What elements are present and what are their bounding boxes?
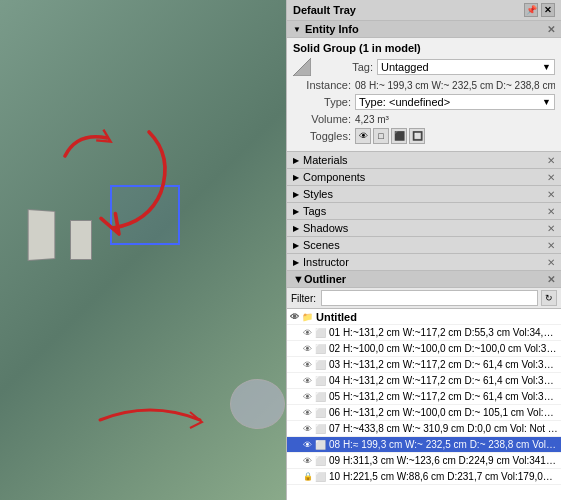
eye-icon-root: 👁: [290, 312, 299, 322]
tags-section[interactable]: ▶ Tags ✕: [287, 203, 561, 220]
instance-row: Instance: 08 H:~ 199,3 cm W:~ 232,5 cm D…: [293, 79, 555, 91]
item-text-root: Untitled: [316, 311, 357, 323]
outliner-header[interactable]: ▼ Outliner ✕: [287, 271, 561, 288]
materials-close[interactable]: ✕: [547, 155, 555, 166]
shadows-arrow: ▶: [293, 224, 299, 233]
outliner-item-root[interactable]: 👁 📁 Untitled: [287, 309, 561, 325]
entity-title: Solid Group (1 in model): [293, 42, 555, 54]
toggle-lock[interactable]: □: [373, 128, 389, 144]
item-text-01: 01 H:~131,2 cm W:~117,2 cm D:55,3 cm Vol…: [329, 327, 558, 338]
entity-info-close[interactable]: ✕: [547, 24, 555, 35]
item-text-10: 10 H:221,5 cm W:88,6 cm D:231,7 cm Vol:1…: [329, 471, 558, 482]
outliner-item-07[interactable]: 👁 ⬜ 07 H:~433,8 cm W:~ 310,9 cm D:0,0 cm…: [287, 421, 561, 437]
instructor-close[interactable]: ✕: [547, 257, 555, 268]
tag-value: Untagged: [381, 61, 429, 73]
outliner-item-03[interactable]: 👁 ⬜ 03 H:~131,2 cm W:~117,2 cm D:~ 61,4 …: [287, 357, 561, 373]
tags-label: Tags: [303, 205, 326, 217]
materials-section[interactable]: ▶ Materials ✕: [287, 152, 561, 169]
eye-icon-09: 👁: [303, 456, 312, 466]
filter-input[interactable]: [321, 290, 538, 306]
volume-value: 4,23 m³: [355, 114, 555, 125]
lock-icon-10: 🔒: [303, 472, 313, 481]
tags-close[interactable]: ✕: [547, 206, 555, 217]
item-icon-09: ⬜: [315, 456, 326, 466]
filter-refresh-button[interactable]: ↻: [541, 290, 557, 306]
scenes-close[interactable]: ✕: [547, 240, 555, 251]
type-dropdown-arrow: ▼: [542, 97, 551, 107]
tray-header-icons: 📌 ✕: [524, 3, 555, 17]
toggle-cast-shadows[interactable]: ⬛: [391, 128, 407, 144]
outliner-item-10[interactable]: 🔒 ⬜ 10 H:221,5 cm W:88,6 cm D:231,7 cm V…: [287, 469, 561, 485]
item-text-06: 06 H:~131,2 cm W:~100,0 cm D:~ 105,1 cm …: [329, 407, 558, 418]
toggle-receive-shadows[interactable]: 🔲: [409, 128, 425, 144]
item-text-09: 09 H:311,3 cm W:~123,6 cm D:224,9 cm Vol…: [329, 455, 558, 466]
styles-arrow: ▶: [293, 190, 299, 199]
outliner-item-05[interactable]: 👁 ⬜ 05 H:~131,2 cm W:~117,2 cm D:~ 61,4 …: [287, 389, 561, 405]
type-dropdown[interactable]: Type: <undefined> ▼: [355, 94, 555, 110]
volume-label: Volume:: [293, 113, 351, 125]
tag-label: Tag:: [315, 61, 373, 73]
shadows-section[interactable]: ▶ Shadows ✕: [287, 220, 561, 237]
close-icon[interactable]: ✕: [541, 3, 555, 17]
type-row: Type: Type: <undefined> ▼: [293, 94, 555, 110]
eye-icon-02: 👁: [303, 344, 312, 354]
item-icon-08: ⬜: [315, 440, 326, 450]
type-label: Type:: [293, 96, 351, 108]
outliner-label: Outliner: [304, 273, 346, 285]
tags-arrow: ▶: [293, 207, 299, 216]
item-icon-02: ⬜: [315, 344, 326, 354]
outliner-item-04[interactable]: 👁 ⬜ 04 H:~131,2 cm W:~117,2 cm D:~ 61,4 …: [287, 373, 561, 389]
item-icon-07: ⬜: [315, 424, 326, 434]
components-close[interactable]: ✕: [547, 172, 555, 183]
toggles-row: Toggles: 👁 □ ⬛ 🔲: [293, 128, 555, 144]
styles-section[interactable]: ▶ Styles ✕: [287, 186, 561, 203]
instructor-section[interactable]: ▶ Instructor ✕: [287, 254, 561, 271]
item-text-05: 05 H:~131,2 cm W:~117,2 cm D:~ 61,4 cm V…: [329, 391, 558, 402]
outliner-item-08[interactable]: 👁 ⬜ 08 H:≈ 199,3 cm W:~ 232,5 cm D:~ 238…: [287, 437, 561, 453]
outliner-item-01[interactable]: 👁 ⬜ 01 H:~131,2 cm W:~117,2 cm D:55,3 cm…: [287, 325, 561, 341]
item-text-03: 03 H:~131,2 cm W:~117,2 cm D:~ 61,4 cm V…: [329, 359, 558, 370]
shadows-close[interactable]: ✕: [547, 223, 555, 234]
pin-icon[interactable]: 📌: [524, 3, 538, 17]
tag-dropdown[interactable]: Untagged ▼: [377, 59, 555, 75]
instance-label: Instance:: [293, 79, 351, 91]
annotation-arrow-2: [60, 390, 240, 450]
tray-header: Default Tray 📌 ✕: [287, 0, 561, 21]
eye-icon-03: 👁: [303, 360, 312, 370]
outliner-item-02[interactable]: 👁 ⬜ 02 H:~100,0 cm W:~100,0 cm D:~100,0 …: [287, 341, 561, 357]
instructor-arrow: ▶: [293, 258, 299, 267]
outliner-item-09[interactable]: 👁 ⬜ 09 H:311,3 cm W:~123,6 cm D:224,9 cm…: [287, 453, 561, 469]
outliner-item-06[interactable]: 👁 ⬜ 06 H:~131,2 cm W:~100,0 cm D:~ 105,1…: [287, 405, 561, 421]
tag-row: Tag: Untagged ▼: [293, 58, 555, 76]
styles-label: Styles: [303, 188, 333, 200]
item-icon-06: ⬜: [315, 408, 326, 418]
outliner-list[interactable]: 👁 📁 Untitled 👁 ⬜ 01 H:~131,2 cm W:~117,2…: [287, 309, 561, 500]
volume-row: Volume: 4,23 m³: [293, 113, 555, 125]
toggles-container: 👁 □ ⬛ 🔲: [355, 128, 425, 144]
scenes-section[interactable]: ▶ Scenes ✕: [287, 237, 561, 254]
outliner-filter-row: Filter: ↻: [287, 288, 561, 309]
eye-icon-06: 👁: [303, 408, 312, 418]
components-label: Components: [303, 171, 365, 183]
materials-label: Materials: [303, 154, 348, 166]
styles-close[interactable]: ✕: [547, 189, 555, 200]
item-icon-05: ⬜: [315, 392, 326, 402]
3d-viewport[interactable]: [0, 0, 286, 500]
shadows-label: Shadows: [303, 222, 348, 234]
outliner-close[interactable]: ✕: [547, 274, 555, 285]
scenes-label: Scenes: [303, 239, 340, 251]
toggle-eye[interactable]: 👁: [355, 128, 371, 144]
eye-icon-07: 👁: [303, 424, 312, 434]
right-panel: Default Tray 📌 ✕ ▼ Entity Info ✕ Solid G…: [286, 0, 561, 500]
item-icon-04: ⬜: [315, 376, 326, 386]
outliner-section: ▼ Outliner ✕ Filter: ↻ 👁 📁 Untitled 👁 ⬜ …: [287, 271, 561, 500]
svg-marker-0: [293, 58, 311, 76]
tag-triangle-icon: [293, 58, 311, 76]
entity-info-header[interactable]: ▼ Entity Info ✕: [287, 21, 561, 38]
item-icon-03: ⬜: [315, 360, 326, 370]
item-text-02: 02 H:~100,0 cm W:~100,0 cm D:~100,0 cm V…: [329, 343, 558, 354]
components-section[interactable]: ▶ Components ✕: [287, 169, 561, 186]
components-arrow: ▶: [293, 173, 299, 182]
eye-icon-01: 👁: [303, 328, 312, 338]
filter-label: Filter:: [291, 293, 316, 304]
